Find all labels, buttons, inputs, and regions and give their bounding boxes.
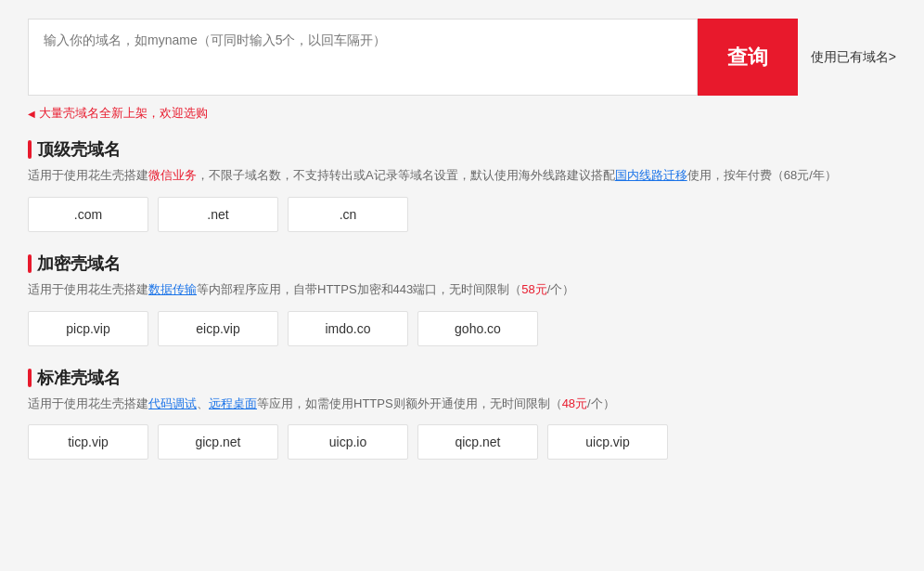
page-wrapper: 查询 使用已有域名> 大量壳域名全新上架，欢迎选购 顶级壳域名适用于使用花生壳搭…: [0, 0, 924, 499]
domain-tags-standard: ticp.vipgicp.netuicp.ioqicp.netuicp.vip: [28, 424, 896, 460]
highlight-blue-link[interactable]: 数据传输: [148, 282, 197, 296]
section-desc-top-level: 适用于使用花生壳搭建微信业务，不限子域名数，不支持转出或A记录等域名设置，默认使…: [28, 166, 896, 186]
promo-link[interactable]: 大量壳域名全新上架，欢迎选购: [39, 105, 208, 122]
use-existing-domain-link[interactable]: 使用已有域名>: [811, 19, 896, 96]
search-area: 查询 使用已有域名>: [28, 19, 896, 96]
section-title-top-level: 顶级壳域名: [28, 138, 896, 161]
domain-tag-imdo-co[interactable]: imdo.co: [288, 311, 408, 346]
section-desc-standard: 适用于使用花生壳搭建代码调试、远程桌面等应用，如需使用HTTPS则额外开通使用，…: [28, 395, 896, 414]
domain-tag-goho-co[interactable]: goho.co: [417, 311, 538, 346]
search-input-wrapper: [28, 19, 698, 96]
search-input[interactable]: [44, 32, 682, 79]
highlight-red-text: 48元: [562, 396, 587, 410]
section-desc-encrypted: 适用于使用花生壳搭建数据传输等内部程序应用，自带HTTPS加密和443端口，无时…: [28, 280, 896, 300]
domain-tag--com[interactable]: .com: [28, 197, 148, 232]
domain-tag-picp-vip[interactable]: picp.vip: [28, 311, 148, 346]
domain-tag-uicp-io[interactable]: uicp.io: [288, 424, 408, 460]
domain-tag--cn[interactable]: .cn: [288, 197, 408, 232]
section-title-standard: 标准壳域名: [28, 367, 896, 389]
domain-tag-gicp-net[interactable]: gicp.net: [158, 424, 278, 460]
domain-tag-uicp-vip[interactable]: uicp.vip: [547, 424, 668, 460]
section-top-level: 顶级壳域名适用于使用花生壳搭建微信业务，不限子域名数，不支持转出或A记录等域名设…: [28, 138, 896, 232]
highlight-red-text: 58元: [521, 282, 546, 296]
domain-tags-encrypted: picp.vipeicp.vipimdo.cogoho.co: [28, 311, 896, 346]
search-button[interactable]: 查询: [698, 19, 798, 96]
domain-tag--net[interactable]: .net: [158, 197, 278, 232]
section-standard: 标准壳域名适用于使用花生壳搭建代码调试、远程桌面等应用，如需使用HTTPS则额外…: [28, 367, 896, 461]
domain-tag-qicp-net[interactable]: qicp.net: [417, 424, 538, 460]
domain-tags-top-level: .com.net.cn: [28, 197, 896, 232]
sections-container: 顶级壳域名适用于使用花生壳搭建微信业务，不限子域名数，不支持转出或A记录等域名设…: [28, 138, 896, 460]
highlight-blue-link[interactable]: 远程桌面: [209, 396, 257, 410]
promo-bar: 大量壳域名全新上架，欢迎选购: [28, 105, 896, 122]
highlight-blue-link[interactable]: 国内线路迁移: [615, 168, 687, 182]
domain-tag-ticp-vip[interactable]: ticp.vip: [28, 424, 148, 460]
domain-tag-eicp-vip[interactable]: eicp.vip: [158, 311, 278, 346]
highlight-red-text: 微信业务: [148, 168, 197, 182]
section-title-encrypted: 加密壳域名: [28, 253, 896, 275]
highlight-blue-link[interactable]: 代码调试: [148, 396, 197, 410]
section-encrypted: 加密壳域名适用于使用花生壳搭建数据传输等内部程序应用，自带HTTPS加密和443…: [28, 253, 896, 346]
